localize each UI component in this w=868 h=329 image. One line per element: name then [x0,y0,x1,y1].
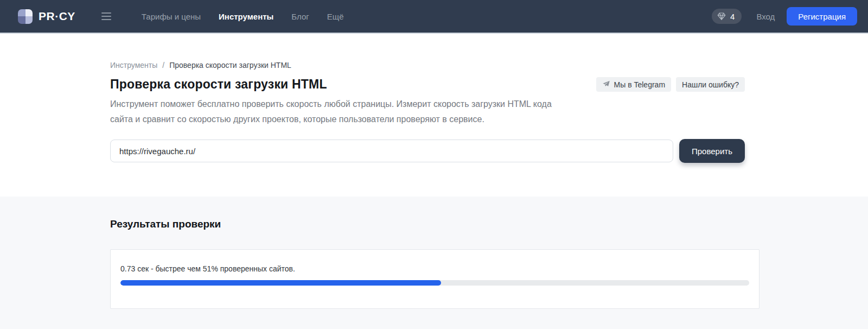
top-navbar: PR·CY Тарифы и цены Инструменты Блог Ещё… [0,0,868,34]
gem-balance-pill[interactable]: 4 [712,9,742,24]
url-check-form: Проверить [110,139,745,163]
gem-icon [717,11,726,21]
prcy-logo-text: PR·CY [39,10,75,23]
tool-description: Инструмент поможет бесплатно проверить с… [110,97,558,127]
prcy-logo[interactable]: PR·CY [18,9,75,24]
report-error-label: Нашли ошибку? [682,80,739,89]
nav-item-blog[interactable]: Блог [291,9,309,24]
gem-count: 4 [730,12,735,21]
login-link[interactable]: Вход [756,12,775,21]
navbar-right: 4 Вход Регистрация [712,7,857,26]
breadcrumb-tools-link[interactable]: Инструменты [110,61,157,69]
result-card: 0.73 сек - быстрее чем 51% проверенных с… [110,249,760,309]
telegram-chip[interactable]: Мы в Telegram [596,77,672,92]
telegram-chip-label: Мы в Telegram [614,80,666,89]
breadcrumb: Инструменты / Проверка скорости загрузки… [110,34,745,69]
page-title: Проверка скорости загрузки HTML [110,77,327,92]
progress-track [120,280,749,286]
title-actions: Мы в Telegram Нашли ошибку? [596,77,745,92]
prcy-logo-icon [18,9,33,24]
hamburger-menu-icon[interactable] [99,10,113,22]
main-nav: Тарифы и цены Инструменты Блог Ещё [142,9,344,24]
check-button[interactable]: Проверить [679,139,745,163]
nav-item-tools[interactable]: Инструменты [219,9,273,24]
breadcrumb-separator: / [162,61,164,69]
signup-button[interactable]: Регистрация [787,7,857,26]
nav-item-pricing[interactable]: Тарифы и цены [142,9,201,24]
progress-fill [120,280,441,286]
breadcrumb-current: Проверка скорости загрузки HTML [169,61,291,69]
results-heading: Результаты проверки [110,197,745,230]
url-input[interactable] [110,140,673,162]
result-text: 0.73 сек - быстрее чем 51% проверенных с… [120,264,749,273]
nav-item-more[interactable]: Ещё [327,9,344,24]
results-section: Результаты проверки 0.73 сек - быстрее ч… [0,197,868,329]
telegram-plane-icon [602,80,610,90]
tool-header-section: Инструменты / Проверка скорости загрузки… [0,34,868,197]
report-error-chip[interactable]: Нашли ошибку? [676,77,745,92]
